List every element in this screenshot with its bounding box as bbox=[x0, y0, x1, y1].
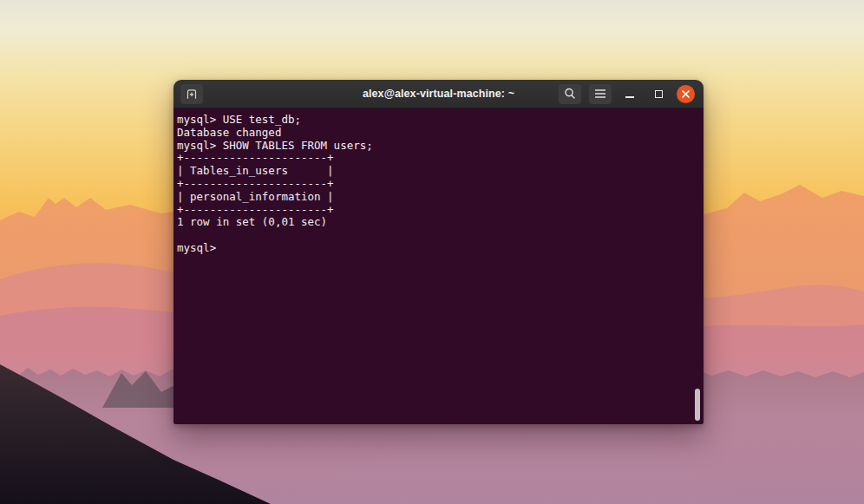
titlebar-controls bbox=[559, 83, 695, 104]
search-icon bbox=[563, 87, 577, 101]
menu-button[interactable] bbox=[589, 84, 612, 104]
scrollbar-thumb[interactable] bbox=[695, 389, 700, 421]
titlebar[interactable]: alex@alex-virtual-machine: ~ bbox=[173, 80, 704, 108]
terminal-output[interactable]: mysql> USE test_db; Database changed mys… bbox=[173, 108, 704, 255]
new-tab-button[interactable] bbox=[180, 84, 203, 104]
maximize-icon bbox=[655, 90, 663, 98]
new-tab-icon bbox=[184, 86, 200, 101]
terminal-window: alex@alex-virtual-machine: ~ bbox=[173, 80, 704, 424]
minimize-icon bbox=[625, 96, 634, 98]
window-title: alex@alex-virtual-machine: ~ bbox=[363, 88, 514, 100]
search-button[interactable] bbox=[559, 84, 581, 104]
close-button[interactable] bbox=[677, 85, 695, 103]
maximize-button[interactable] bbox=[648, 83, 669, 104]
terminal-body[interactable]: mysql> USE test_db; Database changed mys… bbox=[173, 108, 704, 424]
close-icon bbox=[681, 89, 691, 99]
hamburger-menu-icon bbox=[594, 88, 606, 99]
minimize-button[interactable] bbox=[619, 83, 640, 104]
